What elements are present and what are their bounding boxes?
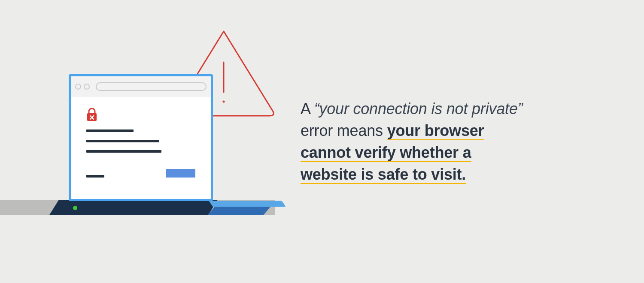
quote-text: your connection is not private (319, 100, 517, 117)
quote-open: “ (314, 100, 319, 117)
svg-point-1 (223, 101, 225, 103)
laptop-illustration (0, 0, 301, 283)
laptop-base-edge (209, 201, 286, 207)
text-line-placeholder (86, 140, 159, 142)
lock-error-icon (86, 108, 195, 122)
power-led (73, 206, 77, 210)
window-control-icon (75, 84, 81, 90)
text-line-placeholder (86, 129, 134, 132)
text-mid: error means (301, 122, 387, 139)
address-bar-placeholder (96, 82, 207, 91)
error-page (71, 97, 211, 189)
text-line-placeholder (86, 175, 104, 178)
laptop-screen (69, 74, 213, 201)
laptop-base-bottom (207, 207, 270, 215)
bold-segment-2: cannot verify whether a (301, 144, 471, 161)
window-control-icon (84, 84, 90, 90)
bold-segment-3: website is safe to visit. (301, 166, 466, 183)
definition-text: A “your connection is not private” error… (301, 98, 644, 185)
bold-segment-1: your browser (387, 122, 484, 139)
text-prefix: A (301, 100, 314, 117)
browser-toolbar (71, 76, 211, 97)
text-line-placeholder (86, 150, 161, 153)
primary-button-placeholder (166, 169, 195, 178)
quote-close: ” (518, 100, 523, 117)
